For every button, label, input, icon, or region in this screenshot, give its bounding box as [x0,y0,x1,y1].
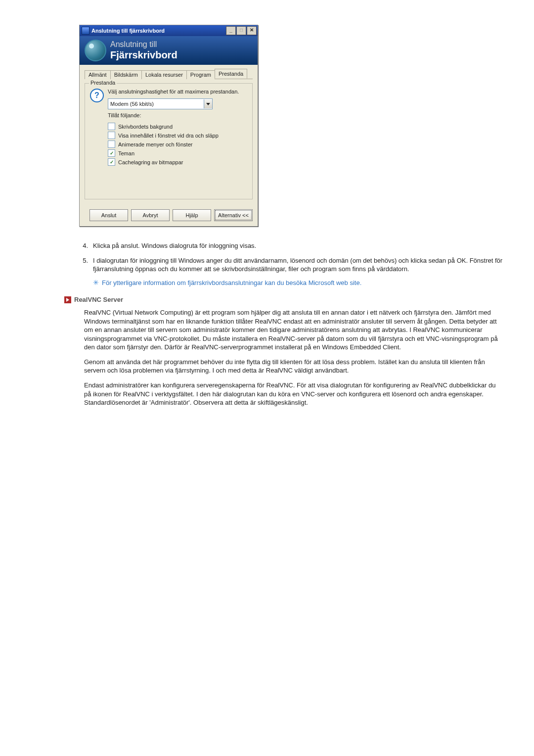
info-note: ✳ För ytterligare information om fjärrsk… [93,279,504,287]
checkbox-icon[interactable] [108,141,115,148]
minimize-button[interactable]: _ [226,26,236,35]
checkbox-label: Animerade menyer och fönster [118,142,192,147]
checkbox-label: Skrivbordets bakgrund [118,124,173,130]
banner: Anslutning till Fjärrskrivbord [80,36,258,65]
tab-strip: Allmänt Bildskärm Lokala resurser Progra… [85,69,253,79]
dropdown-value: Modem (56 kbit/s) [108,101,204,107]
checkbox-icon[interactable] [108,158,115,166]
item-number: 4. [79,241,88,250]
allow-label: Tillåt följande: [108,112,247,118]
perf-hint: Välj anslutningshastighet för att maxime… [108,89,247,94]
options-button[interactable]: Alternativ << [214,209,253,221]
tab-prestanda[interactable]: Prestanda [215,69,247,79]
checkbox-icon[interactable] [108,132,115,139]
item-number: 5. [79,256,88,287]
banner-line2: Fjärrskrivbord [110,49,178,61]
arrow-right-icon [64,296,71,303]
realvnc-para-2: Genom att använda det här programmet beh… [84,358,504,375]
app-icon [82,27,89,35]
svg-marker-0 [206,103,210,105]
list-item-5: 5. I dialogrutan för inloggning till Win… [79,256,504,287]
close-button[interactable]: ✕ [247,26,257,35]
tab-allmant[interactable]: Allmänt [85,70,111,79]
dialog-button-row: Anslut Avbryt Hjälp Alternativ << [80,205,258,226]
checkbox-teman[interactable]: Teman [108,149,247,157]
svg-marker-1 [66,298,69,302]
checkbox-icon[interactable] [108,123,115,130]
tab-lokala-resurser[interactable]: Lokala resurser [141,70,187,79]
item-text: Klicka på anslut. Windows dialogruta för… [93,241,256,250]
cancel-button[interactable]: Avbryt [131,209,170,221]
note-text: För ytterligare information om fjärrskri… [102,279,309,286]
window-title: Anslutning till fjärrskrivbord [91,28,226,34]
connect-button[interactable]: Anslut [89,209,128,221]
list-item-4: 4. Klicka på anslut. Windows dialogruta … [79,241,504,250]
rdp-dialog: Anslutning till fjärrskrivbord _ □ ✕ Ans… [79,25,258,227]
checkbox-cachelagring[interactable]: Cachelagring av bitmappar [108,158,247,166]
heading-text: RealVNC Server [74,296,123,303]
item-text: I dialogrutan för inloggning till Window… [93,257,502,273]
checkbox-visa-innehall[interactable]: Visa innehållet i fönstret vid dra och s… [108,132,247,139]
checkbox-skrivbordets-bakgrund[interactable]: Skrivbordets bakgrund [108,123,247,130]
prestanda-group: Prestanda ? Välj anslutningshastighet fö… [85,83,253,199]
title-bar[interactable]: Anslutning till fjärrskrivbord _ □ ✕ [80,25,258,36]
tab-bildskarm[interactable]: Bildskärm [110,70,142,79]
checkbox-label: Visa innehållet i fönstret vid dra och s… [118,133,219,139]
help-icon: ? [90,89,104,102]
globe-icon [85,40,106,61]
checkbox-animerade-menyer[interactable]: Animerade menyer och fönster [108,141,247,148]
checkbox-icon[interactable] [108,149,115,157]
maximize-button: □ [236,26,246,35]
note-link[interactable]: Microsoft web site. [309,279,362,286]
checkbox-label: Cachelagring av bitmappar [118,159,183,165]
connection-speed-dropdown[interactable]: Modem (56 kbit/s) [108,98,213,109]
checkbox-label: Teman [118,150,134,156]
section-heading-realvnc: RealVNC Server [64,296,504,303]
chevron-down-icon[interactable] [204,99,212,108]
help-button[interactable]: Hjälp [173,209,211,221]
realvnc-para-1: RealVNC (Virtual Network Computing) är e… [84,308,504,352]
star-icon: ✳ [93,280,99,285]
tab-program[interactable]: Program [186,70,215,79]
realvnc-para-3: Endast administratörer kan konfigurera s… [84,381,504,407]
banner-line1: Anslutning till [110,40,178,49]
group-legend: Prestanda [89,80,117,86]
